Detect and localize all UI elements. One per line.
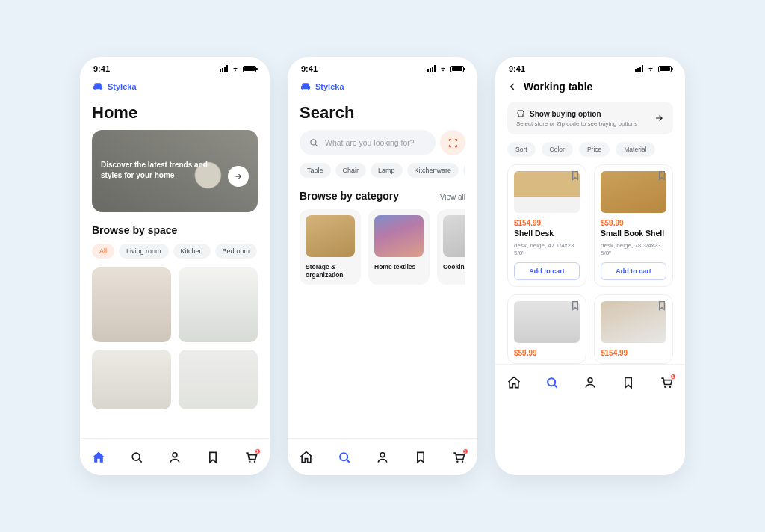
product-price: $154.99	[514, 219, 580, 227]
filter-price[interactable]: Price	[579, 142, 610, 157]
nav-bookmarks[interactable]	[205, 450, 220, 465]
wifi-icon	[439, 66, 447, 72]
svg-point-12	[669, 386, 671, 389]
battery-icon	[450, 66, 464, 72]
search-icon	[545, 375, 560, 390]
chip-kitchenware[interactable]: Kitchenware	[407, 163, 459, 178]
search-icon	[337, 450, 352, 465]
chip-kitchen[interactable]: Kitchen	[173, 244, 211, 259]
nav-home[interactable]	[299, 450, 314, 465]
nav-bookmarks[interactable]	[413, 450, 428, 465]
svg-point-10	[588, 378, 592, 383]
arrow-right-icon	[234, 172, 243, 181]
nav-account[interactable]	[583, 375, 598, 390]
svg-point-4	[311, 140, 316, 145]
bookmark-icon[interactable]	[656, 300, 668, 312]
scan-button[interactable]	[440, 130, 465, 155]
filter-material[interactable]: Material	[616, 142, 654, 157]
buying-option-sub: Select store or Zip code to see buying o…	[516, 120, 637, 127]
chip-lamp[interactable]: Lamp	[371, 163, 403, 178]
chip-bedroom[interactable]: Bedroom	[215, 244, 258, 259]
search-screen: 9:41 Styleka Search Table Chair Lamp Kit…	[288, 57, 477, 475]
sofa-icon	[92, 81, 104, 93]
nav-search[interactable]	[337, 450, 352, 465]
hero-banner[interactable]: Discover the latest trends and styles fo…	[92, 130, 258, 212]
svg-point-8	[461, 460, 463, 463]
nav-cart[interactable]: 1	[659, 375, 674, 390]
category-image	[374, 215, 424, 257]
status-indicators	[427, 65, 464, 72]
bookmark-icon[interactable]	[569, 300, 581, 312]
product-card[interactable]: $154.99 Shell Desk desk, beige, 47 1/4x2…	[507, 164, 586, 287]
search-input-wrapper[interactable]	[300, 130, 436, 155]
brand-name: Styleka	[108, 82, 137, 91]
results-title: Working table	[524, 81, 592, 93]
gallery-image[interactable]	[92, 350, 171, 409]
gallery-image[interactable]	[179, 267, 258, 342]
bookmark-icon[interactable]	[656, 170, 668, 182]
svg-point-1	[173, 452, 177, 457]
nav-account[interactable]	[167, 450, 182, 465]
bottom-nav: 1	[80, 438, 270, 475]
brand-logo[interactable]: Styleka	[80, 76, 270, 93]
bookmark-icon[interactable]	[569, 170, 581, 182]
viewall-link[interactable]: View all	[440, 193, 465, 201]
category-card[interactable]: Home textiles	[368, 209, 430, 285]
nav-search[interactable]	[545, 375, 560, 390]
gallery-image[interactable]	[179, 350, 258, 409]
gallery-image[interactable]	[92, 267, 171, 342]
add-to-cart-button[interactable]: Add to cart	[514, 262, 580, 280]
product-price: $59.99	[601, 219, 666, 227]
home-icon	[91, 450, 106, 465]
nav-search[interactable]	[129, 450, 144, 465]
product-name: Small Book Shell	[601, 229, 666, 238]
hero-text: Discover the latest trends and styles fo…	[101, 160, 213, 180]
space-gallery	[92, 267, 258, 409]
product-card[interactable]: $59.99 Small Book Shell desk, beige, 78 …	[594, 164, 673, 287]
nav-home[interactable]	[507, 375, 521, 390]
chip-chair[interactable]: Chair	[335, 163, 367, 178]
nav-bookmarks[interactable]	[621, 375, 636, 390]
search-input[interactable]	[325, 138, 427, 147]
filter-chips: Sort Color Price Material	[495, 142, 685, 157]
filter-color[interactable]: Color	[542, 142, 573, 157]
brand-logo[interactable]: Styleka	[288, 76, 477, 93]
page-title: Search	[300, 103, 465, 123]
store-icon	[516, 109, 525, 118]
search-icon	[129, 450, 144, 465]
chip-all[interactable]: All	[92, 244, 114, 259]
svg-point-3	[253, 460, 255, 463]
nav-home[interactable]	[91, 450, 106, 465]
add-to-cart-button[interactable]: Add to cart	[601, 262, 666, 280]
battery-icon	[658, 66, 672, 72]
nav-cart[interactable]: 1	[244, 450, 258, 465]
cart-badge: 1	[670, 374, 676, 380]
nav-cart[interactable]: 1	[451, 450, 466, 465]
chip-livingroom[interactable]: Living room	[119, 244, 169, 259]
category-card[interactable]: Cooking utensil	[437, 209, 465, 285]
search-row	[300, 130, 465, 155]
user-icon	[583, 375, 598, 390]
svg-point-6	[380, 452, 385, 457]
page-title: Home	[92, 103, 258, 123]
category-cards: Storage & organization Home textiles Coo…	[300, 209, 465, 285]
status-time: 9:41	[301, 64, 318, 73]
chevron-left-icon[interactable]	[507, 81, 518, 92]
buying-option-box[interactable]: Show buying option Select store or Zip c…	[507, 102, 673, 134]
product-desc: desk, beige, 47 1/4x23 5/8"	[514, 242, 580, 258]
bookmark-icon	[621, 375, 636, 390]
category-card[interactable]: Storage & organization	[300, 209, 361, 285]
nav-account[interactable]	[375, 450, 390, 465]
product-card[interactable]: $59.99	[507, 294, 586, 364]
chip-carpet[interactable]: Carpet	[463, 163, 465, 178]
product-card[interactable]: $154.99	[594, 294, 673, 364]
filter-sort[interactable]: Sort	[507, 142, 536, 157]
battery-icon	[243, 66, 256, 72]
hero-next-button[interactable]	[228, 166, 249, 187]
space-chips: All Living room Kitchen Bedroom Bathroom	[92, 244, 258, 259]
signal-icon	[220, 65, 228, 72]
chip-table[interactable]: Table	[300, 163, 331, 178]
buying-option-title: Show buying option	[530, 110, 601, 118]
cart-badge: 1	[462, 448, 468, 454]
signal-icon	[635, 65, 643, 72]
